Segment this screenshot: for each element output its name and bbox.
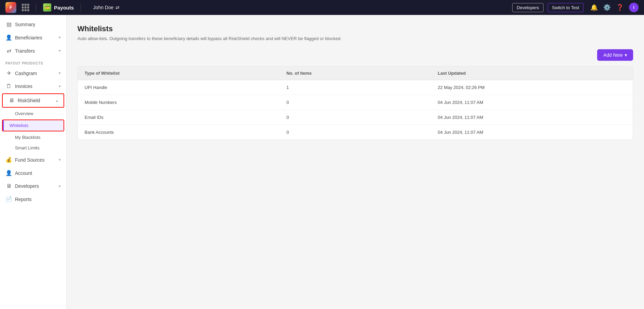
- user-avatar[interactable]: I: [629, 3, 639, 12]
- app-name: Payouts: [54, 5, 74, 11]
- cell-updated-3: 04 Jun 2024, 11:07 AM: [431, 125, 633, 140]
- col-header-updated: Last Updated: [431, 67, 633, 80]
- cell-count-2: 0: [280, 110, 431, 125]
- chevron-down-icon: ▾: [625, 52, 627, 58]
- sidebar-item-developers[interactable]: 🖥 Developers ▾: [0, 180, 66, 193]
- invoices-icon: 🗒: [5, 83, 12, 89]
- notification-bell-icon[interactable]: 🔔: [590, 4, 598, 11]
- cell-count-0: 1: [280, 80, 431, 95]
- cell-type-0: UPI Handle: [78, 80, 280, 95]
- app-logo-icon: F: [5, 2, 16, 13]
- col-header-count: No. of items: [280, 67, 431, 80]
- table-row[interactable]: Bank Accounts 0 04 Jun 2024, 11:07 AM: [78, 125, 633, 140]
- chevron-down-icon: ▾: [59, 84, 61, 89]
- sidebar-item-whitelists[interactable]: Whitelists: [3, 120, 64, 131]
- add-new-button[interactable]: Add New ▾: [597, 49, 633, 61]
- col-header-type: Type of Whitelist: [78, 67, 280, 80]
- sidebar-item-invoices[interactable]: 🗒 Invoices ▾: [0, 80, 66, 93]
- grid-icon[interactable]: [22, 4, 29, 11]
- sidebar-item-beneficiaries[interactable]: 👤 Beneficiaries ▾: [0, 31, 66, 44]
- settings-gear-icon[interactable]: ⚙️: [603, 4, 611, 11]
- payout-app-logo: 💳 Payouts: [43, 3, 74, 12]
- table-header: Type of Whitelist No. of items Last Upda…: [78, 67, 633, 80]
- chevron-down-icon: ▾: [59, 184, 61, 188]
- table-row[interactable]: Mobile Numbers 0 04 Jun 2024, 11:07 AM: [78, 95, 633, 110]
- sidebar-item-reports[interactable]: 📄 Reports: [0, 193, 66, 206]
- table-row[interactable]: UPI Handle 1 22 May 2024, 02:26 PM: [78, 80, 633, 95]
- sidebar-item-account[interactable]: 👤 Account: [0, 166, 66, 180]
- sidebar-item-smart-limits[interactable]: Smart Limits: [0, 143, 66, 153]
- nav-divider: [36, 3, 36, 12]
- cell-updated-0: 22 May 2024, 02:26 PM: [431, 80, 633, 95]
- cell-updated-2: 04 Jun 2024, 11:07 AM: [431, 110, 633, 125]
- beneficiaries-icon: 👤: [5, 34, 12, 41]
- payout-logo-icon: 💳: [43, 3, 51, 12]
- summary-icon: ▤: [5, 21, 12, 28]
- table-row[interactable]: Email IDs 0 04 Jun 2024, 11:07 AM: [78, 110, 633, 125]
- topnav-icons: 🔔 ⚙️ ❓ I: [590, 3, 639, 12]
- developers-button[interactable]: Developers: [512, 3, 543, 12]
- payout-products-section-label: PAYOUT PRODUCTS: [0, 57, 66, 67]
- page-title: Whitelists: [77, 24, 633, 33]
- sidebar-item-cashgram[interactable]: ✈ Cashgram ▾: [0, 67, 66, 80]
- user-icon: ⇄: [115, 5, 120, 10]
- sidebar-item-overview[interactable]: Overview: [0, 108, 66, 119]
- whitelist-table: Type of Whitelist No. of items Last Upda…: [77, 66, 633, 140]
- sidebar-item-fund-sources[interactable]: 💰 Fund Sources ▾: [0, 153, 66, 166]
- topnav: F 💳 Payouts John Doe ⇄ Developers Switch…: [0, 0, 644, 15]
- toolbar: Add New ▾: [77, 49, 633, 61]
- chevron-down-icon: ▾: [59, 35, 61, 40]
- account-icon: 👤: [5, 170, 12, 176]
- page-description: Auto allow-lists. Outgoing transfers to …: [77, 36, 633, 41]
- cell-count-1: 0: [280, 95, 431, 110]
- main-content: Whitelists Auto allow-lists. Outgoing tr…: [67, 15, 644, 309]
- cell-updated-1: 04 Jun 2024, 11:07 AM: [431, 95, 633, 110]
- cell-type-3: Bank Accounts: [78, 125, 280, 140]
- chevron-up-icon: ▴: [56, 98, 58, 103]
- switch-to-test-button[interactable]: Switch to Test: [548, 3, 584, 12]
- sidebar-item-riskshield[interactable]: 🖥 RiskShield ▴: [3, 94, 64, 107]
- reports-icon: 📄: [5, 196, 12, 202]
- transfers-icon: ⇄: [5, 48, 12, 54]
- cashgram-icon: ✈: [5, 70, 12, 76]
- sidebar: ▤ Summary 👤 Beneficiaries ▾ ⇄ Transfers …: [0, 15, 67, 309]
- user-name-display: John Doe ⇄: [93, 5, 120, 10]
- chevron-down-icon: ▾: [59, 71, 61, 75]
- sidebar-item-my-blacklists[interactable]: My Blacklists: [0, 132, 66, 143]
- chevron-down-icon: ▾: [59, 49, 61, 53]
- cell-type-1: Mobile Numbers: [78, 95, 280, 110]
- main-layout: ▤ Summary 👤 Beneficiaries ▾ ⇄ Transfers …: [0, 15, 644, 309]
- fund-sources-icon: 💰: [5, 157, 12, 163]
- nav-divider-2: [80, 3, 81, 12]
- riskshield-icon: 🖥: [8, 97, 15, 104]
- sidebar-item-transfers[interactable]: ⇄ Transfers ▾: [0, 44, 66, 57]
- cell-count-3: 0: [280, 125, 431, 140]
- chevron-down-icon: ▾: [59, 158, 61, 162]
- cell-type-2: Email IDs: [78, 110, 280, 125]
- help-circle-icon[interactable]: ❓: [616, 4, 624, 11]
- developers-icon: 🖥: [5, 183, 12, 189]
- sidebar-item-summary[interactable]: ▤ Summary: [0, 18, 66, 31]
